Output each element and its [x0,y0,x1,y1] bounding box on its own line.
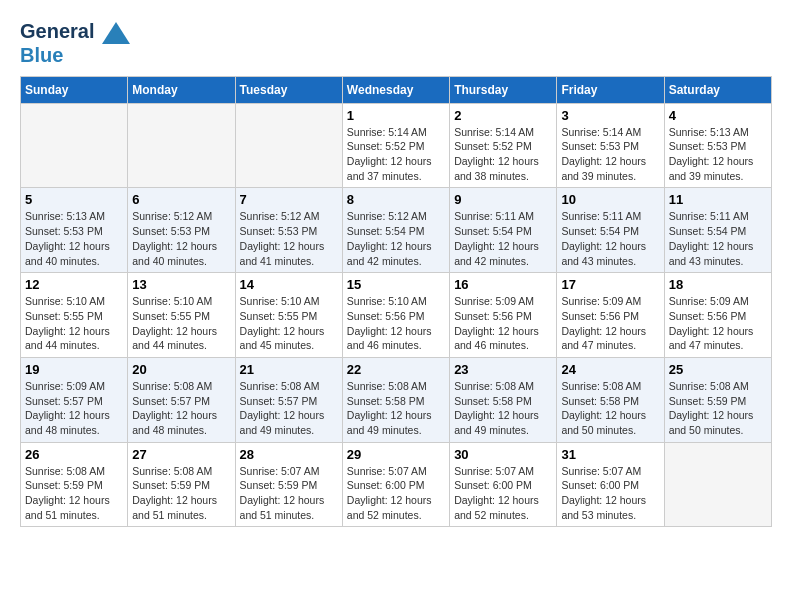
day-number: 27 [132,447,230,462]
sunset-text: Sunset: 5:56 PM [454,309,552,324]
day-number: 30 [454,447,552,462]
calendar-cell [235,103,342,188]
day-info: Sunrise: 5:13 AMSunset: 5:53 PMDaylight:… [669,125,767,184]
sunset-text: Sunset: 5:58 PM [347,394,445,409]
daylight-text: Daylight: 12 hours and 52 minutes. [347,493,445,522]
weekday-header-wednesday: Wednesday [342,76,449,103]
day-info: Sunrise: 5:07 AMSunset: 6:00 PMDaylight:… [561,464,659,523]
day-number: 29 [347,447,445,462]
calendar-cell: 14Sunrise: 5:10 AMSunset: 5:55 PMDayligh… [235,273,342,358]
sunset-text: Sunset: 5:52 PM [454,139,552,154]
calendar-cell: 11Sunrise: 5:11 AMSunset: 5:54 PMDayligh… [664,188,771,273]
calendar-cell: 27Sunrise: 5:08 AMSunset: 5:59 PMDayligh… [128,442,235,527]
daylight-text: Daylight: 12 hours and 51 minutes. [240,493,338,522]
calendar-cell: 21Sunrise: 5:08 AMSunset: 5:57 PMDayligh… [235,357,342,442]
day-info: Sunrise: 5:13 AMSunset: 5:53 PMDaylight:… [25,209,123,268]
calendar-cell: 8Sunrise: 5:12 AMSunset: 5:54 PMDaylight… [342,188,449,273]
day-number: 17 [561,277,659,292]
daylight-text: Daylight: 12 hours and 52 minutes. [454,493,552,522]
sunset-text: Sunset: 5:53 PM [561,139,659,154]
sunset-text: Sunset: 6:00 PM [347,478,445,493]
sunrise-text: Sunrise: 5:08 AM [347,379,445,394]
calendar-cell: 1Sunrise: 5:14 AMSunset: 5:52 PMDaylight… [342,103,449,188]
sunset-text: Sunset: 5:55 PM [25,309,123,324]
day-number: 9 [454,192,552,207]
day-info: Sunrise: 5:07 AMSunset: 5:59 PMDaylight:… [240,464,338,523]
sunrise-text: Sunrise: 5:11 AM [669,209,767,224]
sunset-text: Sunset: 5:54 PM [669,224,767,239]
sunset-text: Sunset: 5:53 PM [132,224,230,239]
daylight-text: Daylight: 12 hours and 40 minutes. [132,239,230,268]
day-info: Sunrise: 5:11 AMSunset: 5:54 PMDaylight:… [669,209,767,268]
daylight-text: Daylight: 12 hours and 38 minutes. [454,154,552,183]
calendar-week-3: 12Sunrise: 5:10 AMSunset: 5:55 PMDayligh… [21,273,772,358]
page-header: General Blue [20,20,772,66]
calendar-cell: 20Sunrise: 5:08 AMSunset: 5:57 PMDayligh… [128,357,235,442]
sunrise-text: Sunrise: 5:10 AM [132,294,230,309]
day-number: 25 [669,362,767,377]
sunset-text: Sunset: 5:59 PM [25,478,123,493]
sunrise-text: Sunrise: 5:13 AM [25,209,123,224]
day-info: Sunrise: 5:08 AMSunset: 5:58 PMDaylight:… [454,379,552,438]
sunset-text: Sunset: 6:00 PM [454,478,552,493]
calendar-cell: 6Sunrise: 5:12 AMSunset: 5:53 PMDaylight… [128,188,235,273]
weekday-header-monday: Monday [128,76,235,103]
sunrise-text: Sunrise: 5:12 AM [240,209,338,224]
day-info: Sunrise: 5:08 AMSunset: 5:59 PMDaylight:… [25,464,123,523]
day-number: 31 [561,447,659,462]
sunrise-text: Sunrise: 5:07 AM [347,464,445,479]
daylight-text: Daylight: 12 hours and 49 minutes. [240,408,338,437]
calendar-cell: 17Sunrise: 5:09 AMSunset: 5:56 PMDayligh… [557,273,664,358]
daylight-text: Daylight: 12 hours and 47 minutes. [561,324,659,353]
calendar-cell: 4Sunrise: 5:13 AMSunset: 5:53 PMDaylight… [664,103,771,188]
sunrise-text: Sunrise: 5:08 AM [240,379,338,394]
daylight-text: Daylight: 12 hours and 43 minutes. [669,239,767,268]
calendar-cell [128,103,235,188]
daylight-text: Daylight: 12 hours and 47 minutes. [669,324,767,353]
sunrise-text: Sunrise: 5:11 AM [454,209,552,224]
calendar-cell: 10Sunrise: 5:11 AMSunset: 5:54 PMDayligh… [557,188,664,273]
sunrise-text: Sunrise: 5:09 AM [25,379,123,394]
logo: General Blue [20,20,130,66]
weekday-header-friday: Friday [557,76,664,103]
daylight-text: Daylight: 12 hours and 41 minutes. [240,239,338,268]
calendar-cell [664,442,771,527]
sunset-text: Sunset: 5:53 PM [669,139,767,154]
day-number: 7 [240,192,338,207]
sunset-text: Sunset: 5:59 PM [132,478,230,493]
sunset-text: Sunset: 5:59 PM [240,478,338,493]
day-info: Sunrise: 5:09 AMSunset: 5:56 PMDaylight:… [669,294,767,353]
daylight-text: Daylight: 12 hours and 48 minutes. [25,408,123,437]
day-number: 14 [240,277,338,292]
daylight-text: Daylight: 12 hours and 45 minutes. [240,324,338,353]
sunset-text: Sunset: 5:58 PM [561,394,659,409]
day-info: Sunrise: 5:12 AMSunset: 5:53 PMDaylight:… [132,209,230,268]
calendar-cell: 15Sunrise: 5:10 AMSunset: 5:56 PMDayligh… [342,273,449,358]
day-info: Sunrise: 5:09 AMSunset: 5:56 PMDaylight:… [454,294,552,353]
daylight-text: Daylight: 12 hours and 39 minutes. [669,154,767,183]
calendar-cell: 23Sunrise: 5:08 AMSunset: 5:58 PMDayligh… [450,357,557,442]
weekday-header-tuesday: Tuesday [235,76,342,103]
day-number: 19 [25,362,123,377]
calendar-cell: 31Sunrise: 5:07 AMSunset: 6:00 PMDayligh… [557,442,664,527]
daylight-text: Daylight: 12 hours and 51 minutes. [132,493,230,522]
sunset-text: Sunset: 5:55 PM [132,309,230,324]
daylight-text: Daylight: 12 hours and 44 minutes. [132,324,230,353]
day-info: Sunrise: 5:08 AMSunset: 5:58 PMDaylight:… [561,379,659,438]
day-info: Sunrise: 5:12 AMSunset: 5:54 PMDaylight:… [347,209,445,268]
daylight-text: Daylight: 12 hours and 53 minutes. [561,493,659,522]
calendar-week-2: 5Sunrise: 5:13 AMSunset: 5:53 PMDaylight… [21,188,772,273]
sunrise-text: Sunrise: 5:14 AM [454,125,552,140]
daylight-text: Daylight: 12 hours and 43 minutes. [561,239,659,268]
daylight-text: Daylight: 12 hours and 50 minutes. [669,408,767,437]
daylight-text: Daylight: 12 hours and 49 minutes. [454,408,552,437]
calendar-cell: 5Sunrise: 5:13 AMSunset: 5:53 PMDaylight… [21,188,128,273]
sunset-text: Sunset: 5:54 PM [454,224,552,239]
calendar-week-4: 19Sunrise: 5:09 AMSunset: 5:57 PMDayligh… [21,357,772,442]
day-info: Sunrise: 5:12 AMSunset: 5:53 PMDaylight:… [240,209,338,268]
day-info: Sunrise: 5:08 AMSunset: 5:57 PMDaylight:… [240,379,338,438]
calendar-cell: 9Sunrise: 5:11 AMSunset: 5:54 PMDaylight… [450,188,557,273]
calendar-cell: 13Sunrise: 5:10 AMSunset: 5:55 PMDayligh… [128,273,235,358]
calendar-cell: 3Sunrise: 5:14 AMSunset: 5:53 PMDaylight… [557,103,664,188]
weekday-header-row: SundayMondayTuesdayWednesdayThursdayFrid… [21,76,772,103]
